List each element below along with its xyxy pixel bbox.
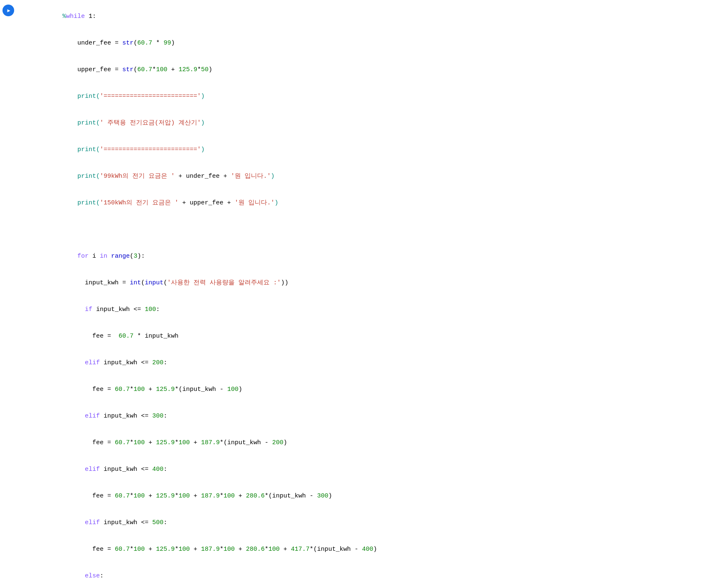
- code-line-14: fee = 60.7*100 + 125.9*(input_kwh - 100): [0, 376, 728, 403]
- code-line-8: print('150kWh의 전기 요금은 ' + upper_fee + '원…: [0, 190, 728, 216]
- code-line-10: input_kwh = int(input('사용한 전력 사용량을 알려주세요…: [0, 270, 728, 296]
- code-text: print('========================='): [62, 93, 205, 100]
- code-text: print('150kWh의 전기 요금은 ' + upper_fee + '원…: [62, 199, 278, 206]
- code-area: %while 1: under_fee = str(60.7 * 99) upp…: [0, 0, 728, 582]
- code-text: fee = 60.7*100 + 125.9*100 + 187.9*100 +…: [62, 546, 377, 553]
- code-text: print(' 주택용 전기요금(저압) 계산기'): [62, 119, 205, 127]
- code-text: elif input_kwh <= 300:: [62, 413, 167, 420]
- code-line-4: print('========================='): [0, 83, 728, 110]
- code-text: under_fee = str(60.7 * 99): [62, 40, 175, 47]
- code-text: input_kwh = int(input('사용한 전력 사용량을 알려주세요…: [62, 279, 288, 286]
- code-text: fee = 60.7*100 + 125.9*100 + 187.9*100 +…: [62, 492, 332, 500]
- code-line-16: fee = 60.7*100 + 125.9*100 + 187.9*(inpu…: [0, 430, 728, 456]
- code-line-2: under_fee = str(60.7 * 99): [0, 30, 728, 57]
- code-line-6: print('========================='): [0, 137, 728, 163]
- main-container: %while 1: under_fee = str(60.7 * 99) upp…: [0, 0, 728, 582]
- code-line-empty: [0, 216, 728, 243]
- code-text: %while 1:: [62, 13, 96, 20]
- code-line-9: for i in range(3):: [0, 243, 728, 270]
- code-line-17: elif input_kwh <= 400:: [0, 456, 728, 483]
- code-text: elif input_kwh <= 400:: [62, 466, 167, 473]
- code-line-18: fee = 60.7*100 + 125.9*100 + 187.9*100 +…: [0, 483, 728, 510]
- code-text: print('========================='): [62, 146, 205, 153]
- code-text: upper_fee = str(60.7*100 + 125.9*50): [62, 66, 212, 73]
- code-line-21: else:: [0, 563, 728, 582]
- code-text: [62, 226, 66, 233]
- code-line-13: elif input_kwh <= 200:: [0, 350, 728, 376]
- code-text: for i in range(3):: [62, 253, 145, 260]
- code-line-3: upper_fee = str(60.7*100 + 125.9*50): [0, 57, 728, 83]
- code-line-11: if input_kwh <= 100:: [0, 296, 728, 323]
- code-section: %while 1: under_fee = str(60.7 * 99) upp…: [0, 0, 728, 582]
- code-line-5: print(' 주택용 전기요금(저압) 계산기'): [0, 110, 728, 137]
- code-line-19: elif input_kwh <= 500:: [0, 510, 728, 536]
- code-line-12: fee = 60.7 * input_kwh: [0, 323, 728, 350]
- run-button[interactable]: [2, 5, 14, 16]
- code-text: fee = 60.7 * input_kwh: [62, 333, 178, 340]
- code-line-7: print('99kWh의 전기 요금은 ' + under_fee + '원 …: [0, 163, 728, 190]
- code-text: elif input_kwh <= 200:: [62, 359, 167, 366]
- code-text: print('99kWh의 전기 요금은 ' + under_fee + '원 …: [62, 173, 275, 180]
- code-line-20: fee = 60.7*100 + 125.9*100 + 187.9*100 +…: [0, 536, 728, 563]
- code-text: fee = 60.7*100 + 125.9*(input_kwh - 100): [62, 386, 242, 393]
- code-text: if input_kwh <= 100:: [62, 306, 160, 313]
- code-line-15: elif input_kwh <= 300:: [0, 403, 728, 430]
- code-line-1: %while 1:: [0, 3, 728, 30]
- code-text: elif input_kwh <= 500:: [62, 519, 167, 526]
- code-text: fee = 60.7*100 + 125.9*100 + 187.9*(inpu…: [62, 439, 287, 446]
- code-text: else:: [62, 572, 104, 580]
